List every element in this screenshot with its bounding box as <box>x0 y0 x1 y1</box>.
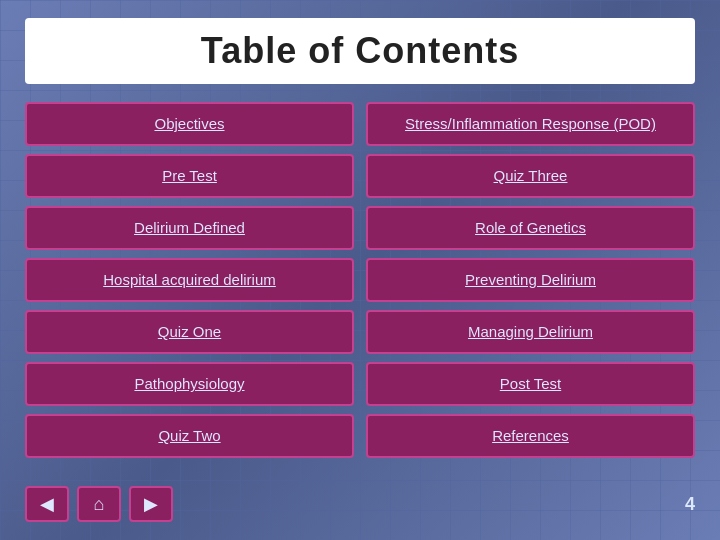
back-button[interactable]: ◀ <box>25 486 69 522</box>
content-area: ObjectivesPre TestDelirium DefinedHospit… <box>0 102 720 458</box>
toc-link-objectives[interactable]: Objectives <box>154 114 224 134</box>
toc-link-quiz-two[interactable]: Quiz Two <box>158 426 220 446</box>
toc-link-role-of-genetics[interactable]: Role of Genetics <box>475 218 586 238</box>
toc-link-pre-test[interactable]: Pre Test <box>162 166 217 186</box>
toc-link-quiz-one[interactable]: Quiz One <box>158 322 221 342</box>
toc-item-stress-inflammation[interactable]: Stress/Inflammation Response (POD) <box>366 102 695 146</box>
toc-item-objectives[interactable]: Objectives <box>25 102 354 146</box>
toc-item-delirium-defined[interactable]: Delirium Defined <box>25 206 354 250</box>
toc-link-preventing-delirium[interactable]: Preventing Delirium <box>465 270 596 290</box>
toc-item-quiz-three[interactable]: Quiz Three <box>366 154 695 198</box>
toc-link-hospital-acquired[interactable]: Hospital acquired delirium <box>103 270 276 290</box>
toc-item-hospital-acquired[interactable]: Hospital acquired delirium <box>25 258 354 302</box>
toc-link-pathophysiology[interactable]: Pathophysiology <box>134 374 244 394</box>
toc-item-references[interactable]: References <box>366 414 695 458</box>
toc-link-post-test[interactable]: Post Test <box>500 374 561 394</box>
toc-item-quiz-two[interactable]: Quiz Two <box>25 414 354 458</box>
toc-item-post-test[interactable]: Post Test <box>366 362 695 406</box>
toc-link-references[interactable]: References <box>492 426 569 446</box>
title-bar: Table of Contents <box>25 18 695 84</box>
toc-item-preventing-delirium[interactable]: Preventing Delirium <box>366 258 695 302</box>
toc-link-quiz-three[interactable]: Quiz Three <box>494 166 568 186</box>
home-button[interactable]: ⌂ <box>77 486 121 522</box>
toc-item-quiz-one[interactable]: Quiz One <box>25 310 354 354</box>
page-number: 4 <box>685 494 695 515</box>
toc-link-managing-delirium[interactable]: Managing Delirium <box>468 322 593 342</box>
slide: Table of Contents ObjectivesPre TestDeli… <box>0 0 720 540</box>
toc-item-pre-test[interactable]: Pre Test <box>25 154 354 198</box>
toc-link-delirium-defined[interactable]: Delirium Defined <box>134 218 245 238</box>
left-column: ObjectivesPre TestDelirium DefinedHospit… <box>25 102 354 458</box>
footer: ◀ ⌂ ▶ 4 <box>25 486 695 522</box>
forward-button[interactable]: ▶ <box>129 486 173 522</box>
right-column: Stress/Inflammation Response (POD)Quiz T… <box>366 102 695 458</box>
page-title: Table of Contents <box>45 30 675 72</box>
toc-item-managing-delirium[interactable]: Managing Delirium <box>366 310 695 354</box>
toc-item-pathophysiology[interactable]: Pathophysiology <box>25 362 354 406</box>
nav-buttons: ◀ ⌂ ▶ <box>25 486 173 522</box>
toc-link-stress-inflammation[interactable]: Stress/Inflammation Response (POD) <box>405 114 656 134</box>
toc-item-role-of-genetics[interactable]: Role of Genetics <box>366 206 695 250</box>
